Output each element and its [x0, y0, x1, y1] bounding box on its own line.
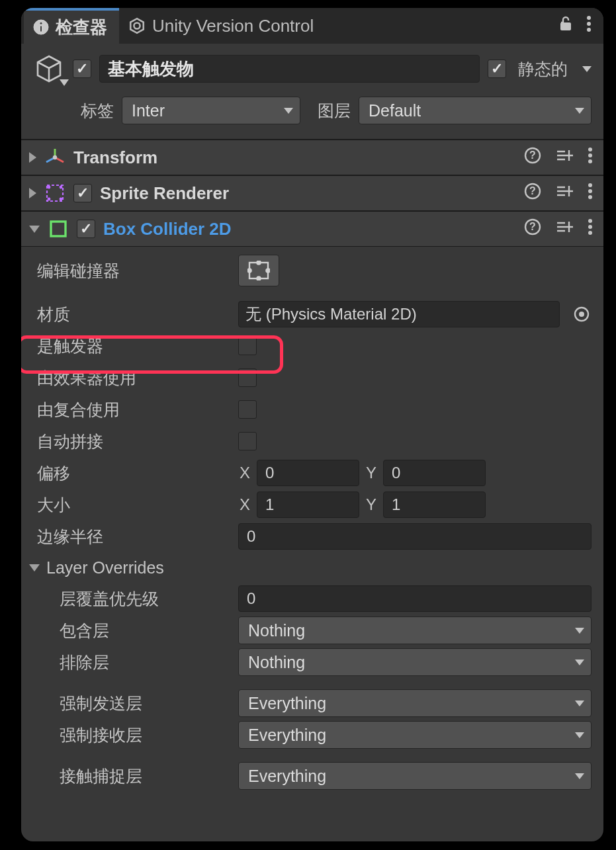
layer-value: Default — [369, 101, 421, 120]
tab-inspector-label: 检查器 — [56, 16, 107, 39]
kebab-icon[interactable] — [586, 15, 592, 36]
tab-inspector[interactable]: 检查器 — [24, 8, 119, 44]
svg-point-16 — [60, 186, 63, 189]
kebab-icon[interactable] — [588, 218, 593, 239]
force-send-dropdown[interactable]: Everything — [238, 689, 592, 717]
svg-point-29 — [588, 231, 592, 235]
static-checkbox[interactable] — [488, 60, 506, 78]
gameobject-name-input[interactable] — [99, 55, 480, 83]
sprite-icon — [44, 183, 66, 204]
exclude-layers-label: 排除层 — [33, 652, 232, 673]
chevron-down-icon — [575, 701, 584, 706]
x-label: X — [238, 464, 251, 482]
help-icon[interactable]: ? — [524, 147, 541, 168]
edit-collider-label: 编辑碰撞器 — [33, 260, 232, 282]
force-recv-label: 强制接收层 — [33, 724, 232, 746]
material-field[interactable]: 无 (Physics Material 2D) — [238, 301, 560, 327]
component-sprite-title: Sprite Renderer — [100, 183, 229, 204]
offset-x-input[interactable] — [257, 460, 359, 486]
svg-point-3 — [134, 22, 140, 28]
exclude-layers-dropdown[interactable]: Nothing — [238, 648, 592, 676]
foldout-icon[interactable] — [29, 152, 36, 163]
svg-rect-1 — [40, 26, 42, 32]
edge-radius-input[interactable] — [238, 523, 592, 550]
chevron-down-icon — [575, 659, 584, 665]
boxcollider-enabled-checkbox[interactable] — [77, 220, 95, 238]
chevron-down-icon — [575, 108, 584, 114]
hexagon-icon — [128, 17, 146, 34]
svg-point-18 — [60, 198, 63, 201]
foldout-icon[interactable] — [29, 188, 36, 198]
used-by-effector-label: 由效果器使用 — [33, 367, 232, 389]
include-layers-dropdown[interactable]: Nothing — [238, 616, 592, 644]
component-transform-header[interactable]: Transform ? — [21, 140, 603, 175]
help-icon[interactable]: ? — [524, 218, 541, 239]
component-list: Transform ? Sprite Renderer ? — [21, 139, 603, 798]
edit-collider-button[interactable] — [238, 255, 279, 286]
tab-uvc-label: Unity Version Control — [152, 16, 314, 36]
include-layers-label: 包含层 — [33, 620, 232, 642]
svg-point-5 — [587, 16, 591, 20]
kebab-icon[interactable] — [588, 183, 593, 204]
layer-override-priority-label: 层覆盖优先级 — [33, 588, 232, 610]
tab-uvc[interactable]: Unity Version Control — [119, 8, 326, 44]
svg-point-13 — [588, 159, 592, 163]
svg-text:?: ? — [529, 221, 536, 232]
svg-point-33 — [247, 269, 251, 272]
force-recv-dropdown[interactable]: Everything — [238, 721, 592, 749]
svg-point-31 — [257, 261, 260, 264]
layer-overrides-foldout[interactable]: Layer Overrides — [29, 552, 592, 583]
preset-icon[interactable] — [556, 183, 573, 203]
svg-text:?: ? — [529, 185, 536, 196]
static-label: 静态的 — [518, 58, 568, 80]
contact-capture-dropdown[interactable]: Everything — [238, 762, 592, 790]
gameobject-active-checkbox[interactable] — [73, 60, 91, 78]
offset-label: 偏移 — [33, 462, 232, 484]
layer-override-priority-input[interactable] — [238, 585, 592, 612]
preset-icon[interactable] — [556, 148, 573, 167]
kebab-icon[interactable] — [588, 147, 593, 168]
svg-point-17 — [48, 198, 51, 201]
is-trigger-label: 是触发器 — [33, 335, 232, 357]
svg-point-7 — [587, 28, 591, 32]
sprite-enabled-checkbox[interactable] — [73, 184, 92, 202]
tag-dropdown[interactable]: Inter — [122, 97, 300, 124]
lock-icon[interactable] — [558, 16, 573, 36]
boxcollider-body: 编辑碰撞器 材质 无 (Physics Material 2D) 是触发器 — [21, 247, 603, 798]
is-trigger-checkbox[interactable] — [238, 337, 257, 355]
used-by-effector-checkbox[interactable] — [238, 368, 257, 387]
svg-point-23 — [588, 195, 592, 199]
chevron-down-icon — [575, 732, 584, 738]
is-trigger-row: 是触发器 — [33, 330, 592, 362]
svg-point-12 — [588, 153, 592, 157]
svg-point-2 — [40, 22, 42, 24]
svg-point-27 — [588, 219, 592, 223]
component-boxcollider-header[interactable]: Box Collider 2D ? — [21, 211, 603, 247]
size-y-input[interactable] — [383, 491, 486, 518]
auto-tiling-checkbox[interactable] — [238, 432, 257, 450]
foldout-icon[interactable] — [29, 226, 40, 233]
tag-label: 标签 — [81, 100, 114, 122]
icon-dropdown[interactable] — [60, 71, 69, 90]
chevron-down-icon — [284, 108, 293, 114]
force-send-label: 强制发送层 — [33, 693, 232, 714]
material-label: 材质 — [33, 304, 232, 325]
contact-capture-label: 接触捕捉层 — [33, 765, 232, 787]
size-label: 大小 — [33, 494, 232, 516]
svg-point-15 — [48, 186, 51, 189]
y-label: Y — [365, 495, 378, 514]
info-icon — [33, 19, 49, 35]
help-icon[interactable]: ? — [524, 183, 541, 204]
offset-y-input[interactable] — [383, 460, 486, 486]
preset-icon[interactable] — [556, 219, 573, 239]
object-picker-icon[interactable] — [572, 304, 592, 324]
svg-rect-4 — [560, 22, 571, 30]
size-x-input[interactable] — [257, 491, 359, 518]
component-sprite-header[interactable]: Sprite Renderer ? — [21, 175, 603, 211]
layer-dropdown[interactable]: Default — [359, 97, 592, 124]
tab-bar: 检查器 Unity Version Control — [21, 8, 603, 44]
used-by-composite-checkbox[interactable] — [238, 400, 257, 419]
used-by-composite-label: 由复合使用 — [33, 399, 232, 421]
component-boxcollider-title: Box Collider 2D — [103, 219, 232, 239]
static-dropdown[interactable] — [582, 66, 592, 72]
